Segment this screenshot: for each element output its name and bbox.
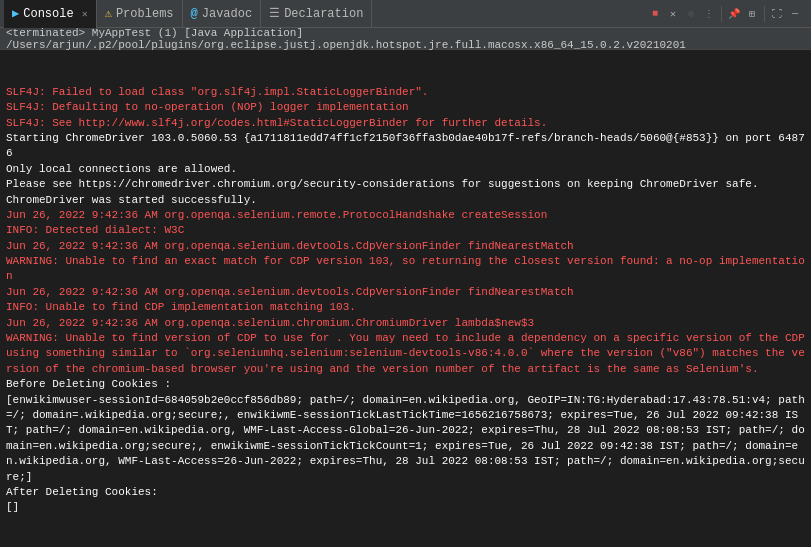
console-line: Jun 26, 2022 9:42:36 AM org.openqa.selen… [6, 239, 805, 254]
tab-console[interactable]: ▶ Console ✕ [4, 0, 97, 28]
console-line: After Deleting Cookies: [6, 485, 805, 500]
problems-tab-label: Problems [116, 7, 174, 21]
tab-declaration[interactable]: ☰ Declaration [261, 0, 372, 28]
console-line: Jun 26, 2022 9:42:36 AM org.openqa.selen… [6, 316, 805, 331]
open-console-icon[interactable]: ⊞ [744, 6, 760, 22]
scroll-lock-icon[interactable]: ⋮ [701, 6, 717, 22]
console-line: Only local connections are allowed. [6, 162, 805, 177]
console-line: INFO: Unable to find CDP implementation … [6, 300, 805, 315]
separator1 [721, 6, 722, 22]
declaration-tab-icon: ☰ [269, 6, 280, 21]
console-line: ChromeDriver was started successfully. [6, 193, 805, 208]
console-line: SLF4J: Defaulting to no-operation (NOP) … [6, 100, 805, 115]
console-line: Starting ChromeDriver 103.0.5060.53 {a17… [6, 131, 805, 162]
title-text: <terminated> MyAppTest (1) [Java Applica… [6, 27, 805, 51]
console-line: SLF4J: See http://www.slf4j.org/codes.ht… [6, 116, 805, 131]
tab-bar: ▶ Console ✕ ⚠ Problems @ Javadoc ☰ Decla… [0, 0, 811, 28]
console-line: WARNING: Unable to find version of CDP t… [6, 331, 805, 377]
console-tab-icon: ▶ [12, 6, 19, 21]
console-line: Please see https://chromedriver.chromium… [6, 177, 805, 192]
pin-icon[interactable]: 📌 [726, 6, 742, 22]
javadoc-tab-icon: @ [191, 7, 198, 21]
javadoc-tab-label: Javadoc [202, 7, 252, 21]
maximize-icon[interactable]: ⛶ [769, 6, 785, 22]
console-tab-label: Console [23, 7, 73, 21]
console-line: [] [6, 500, 805, 515]
tab-javadoc[interactable]: @ Javadoc [183, 0, 262, 28]
console-line: WARNING: Unable to find an exact match f… [6, 254, 805, 285]
tab-problems[interactable]: ⚠ Problems [97, 0, 183, 28]
toolbar-icons: ■ ✕ ⊗ ⋮ 📌 ⊞ ⛶ — [643, 6, 807, 22]
separator2 [764, 6, 765, 22]
console-tab-close[interactable]: ✕ [82, 8, 88, 20]
title-bar: <terminated> MyAppTest (1) [Java Applica… [0, 28, 811, 50]
console-line: SLF4J: Failed to load class "org.slf4j.i… [6, 85, 805, 100]
stop-icon[interactable]: ■ [647, 6, 663, 22]
console-line: Jun 26, 2022 9:42:36 AM org.openqa.selen… [6, 208, 805, 223]
console-line: INFO: Detected dialect: W3C [6, 223, 805, 238]
minimize-icon[interactable]: — [787, 6, 803, 22]
console-line: Jun 26, 2022 9:42:36 AM org.openqa.selen… [6, 285, 805, 300]
declaration-tab-label: Declaration [284, 7, 363, 21]
ide-window: ▶ Console ✕ ⚠ Problems @ Javadoc ☰ Decla… [0, 0, 811, 547]
console-output[interactable]: SLF4J: Failed to load class "org.slf4j.i… [0, 50, 811, 547]
clear-console-icon[interactable]: ⊗ [683, 6, 699, 22]
console-line: [enwikimwuser-sessionId=684059b2e0ccf856… [6, 393, 805, 485]
problems-tab-icon: ⚠ [105, 6, 112, 21]
remove-terminated-icon[interactable]: ✕ [665, 6, 681, 22]
console-line: Before Deleting Cookies : [6, 377, 805, 392]
